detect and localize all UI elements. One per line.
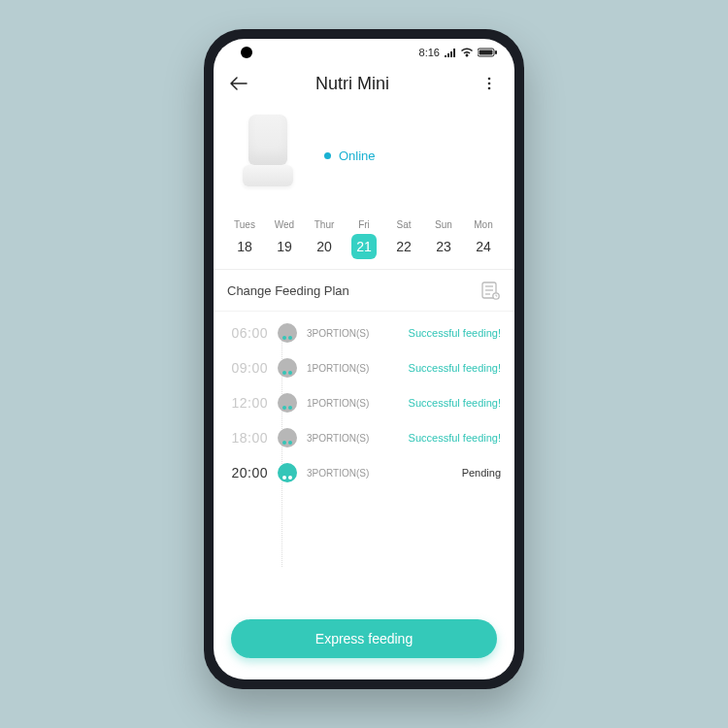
feeding-list: 06:003PORTION(S)Successful feeding!09:00…	[214, 312, 514, 606]
camera-hole-icon	[241, 47, 252, 58]
status-bar: 8:16	[214, 39, 514, 66]
device-image	[237, 111, 301, 200]
day-sun[interactable]: Sun23	[424, 219, 463, 259]
status-icons	[445, 48, 497, 57]
feeding-plan-header[interactable]: Change Feeding Plan	[214, 270, 514, 312]
feeding-status: Pending	[394, 467, 501, 479]
bowl-icon	[278, 463, 297, 482]
svg-point-4	[488, 83, 491, 85]
feeding-portions: 3PORTION(S)	[307, 468, 384, 479]
plan-settings-icon[interactable]	[480, 280, 501, 301]
feeding-portions: 3PORTION(S)	[307, 328, 384, 339]
phone-frame: 8:16 Nutri Mini Online Tues18Wed19Thu	[204, 29, 524, 689]
day-number: 20	[312, 234, 337, 259]
day-mon[interactable]: Mon24	[464, 219, 503, 259]
day-number: 23	[431, 234, 456, 259]
page-title: Nutri Mini	[237, 74, 468, 94]
day-name: Mon	[464, 219, 503, 230]
day-wed[interactable]: Wed19	[265, 219, 304, 259]
day-number: 19	[272, 234, 297, 259]
bowl-icon	[278, 428, 297, 447]
feeding-time: 18:00	[227, 430, 268, 446]
express-feeding-button[interactable]: Express feeding	[231, 619, 497, 658]
day-name: Fri	[345, 219, 383, 230]
feeding-time: 12:00	[227, 395, 268, 411]
feeding-status: Successful feeding!	[394, 432, 501, 444]
day-fri[interactable]: Fri21	[345, 219, 383, 259]
day-name: Tues	[225, 219, 264, 230]
feeding-time: 20:00	[227, 465, 268, 480]
feeding-row[interactable]: 12:001PORTION(S)Successful feeding!	[227, 385, 501, 420]
day-number: 18	[232, 234, 257, 259]
feeding-row[interactable]: 18:003PORTION(S)Successful feeding!	[227, 420, 501, 455]
feeding-status: Successful feeding!	[394, 362, 501, 374]
day-name: Sat	[384, 219, 423, 230]
status-time: 8:16	[419, 47, 440, 58]
feeding-portions: 3PORTION(S)	[307, 433, 384, 444]
feeding-row[interactable]: 06:003PORTION(S)Successful feeding!	[227, 315, 501, 350]
feeding-plan-title: Change Feeding Plan	[227, 283, 349, 298]
day-name: Wed	[265, 219, 304, 230]
day-tues[interactable]: Tues18	[225, 219, 264, 259]
feeding-row[interactable]: 09:001PORTION(S)Successful feeding!	[227, 350, 501, 385]
feeding-row[interactable]: 20:003PORTION(S)Pending	[227, 455, 501, 490]
week-selector[interactable]: Tues18Wed19Thur20Fri21Sat22Sun23Mon24	[214, 215, 514, 270]
feeding-portions: 1PORTION(S)	[307, 363, 384, 374]
day-thur[interactable]: Thur20	[305, 219, 344, 259]
device-status: Online	[324, 149, 376, 163]
svg-rect-2	[495, 50, 497, 54]
day-name: Sun	[424, 219, 463, 230]
svg-point-3	[488, 78, 491, 81]
status-text: Online	[339, 149, 376, 163]
feeding-time: 09:00	[227, 360, 268, 376]
svg-point-5	[488, 87, 491, 90]
screen: 8:16 Nutri Mini Online Tues18Wed19Thu	[214, 39, 514, 679]
more-button[interactable]	[478, 72, 501, 95]
battery-icon	[478, 48, 497, 57]
day-number: 21	[351, 234, 377, 259]
svg-rect-1	[480, 50, 493, 55]
bowl-icon	[278, 358, 297, 378]
wifi-icon	[460, 48, 474, 57]
feeding-time: 06:00	[227, 325, 268, 341]
more-vertical-icon	[487, 77, 491, 90]
bowl-icon	[278, 393, 297, 413]
feeding-portions: 1PORTION(S)	[307, 398, 384, 409]
device-panel: Online	[214, 105, 514, 215]
app-header: Nutri Mini	[214, 66, 514, 105]
day-number: 24	[471, 234, 496, 259]
feeding-status: Successful feeding!	[394, 327, 501, 339]
bowl-icon	[278, 323, 297, 343]
signal-icon	[445, 48, 456, 57]
day-number: 22	[391, 234, 416, 259]
cta-area: Express feeding	[214, 606, 514, 679]
feeding-status: Successful feeding!	[394, 397, 501, 409]
day-name: Thur	[305, 219, 344, 230]
status-dot-icon	[324, 152, 331, 159]
day-sat[interactable]: Sat22	[384, 219, 423, 259]
